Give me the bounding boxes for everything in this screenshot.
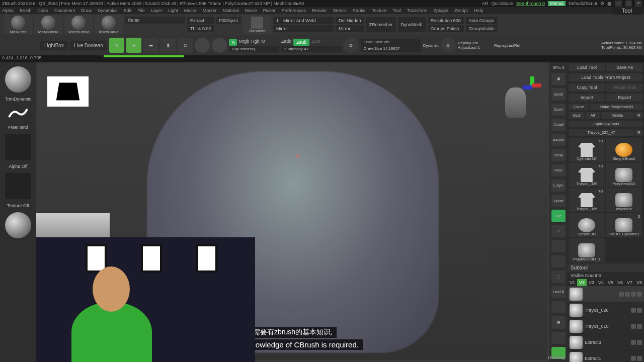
ar-label[interactable]: AR bbox=[482, 1, 489, 6]
menu-dynamics[interactable]: Dynamics bbox=[98, 8, 118, 13]
vtab-2[interactable]: V2 bbox=[577, 279, 587, 286]
makepolymesh-button[interactable]: Make PolyMesh3D bbox=[590, 104, 643, 110]
lsym-button[interactable]: L.Sym bbox=[551, 179, 566, 192]
loadtool-button[interactable]: Load Tool bbox=[569, 63, 605, 71]
draw-size[interactable]: Draw Size 14.19857 bbox=[361, 45, 421, 52]
stroke-preview[interactable] bbox=[8, 106, 28, 121]
scale-mode-button[interactable]: ⬍ bbox=[160, 38, 176, 53]
subtool-header[interactable]: Subtool bbox=[568, 263, 644, 272]
subtool-item-4[interactable]: Extract1 bbox=[568, 350, 644, 362]
subtool-item-3[interactable]: Extract3 bbox=[568, 334, 644, 350]
thick-field[interactable]: Thick 0.02 bbox=[187, 25, 214, 32]
frame-button[interactable] bbox=[551, 240, 566, 252]
mrgb-button[interactable]: Mrgb bbox=[239, 39, 250, 46]
maskpen-tool[interactable]: MaskPen bbox=[4, 15, 32, 34]
menu-preferences[interactable]: Preferences bbox=[282, 8, 306, 13]
tool-polymesh3d-1[interactable]: PolyMesh3D_1 bbox=[569, 238, 605, 262]
mirror-weld-button[interactable]: Mirror And Weld bbox=[280, 17, 334, 24]
tool-keychain[interactable]: keychain bbox=[606, 188, 642, 212]
viewport[interactable]: 需要有zbrush的基本知识, Basic knowledge of CBrus… bbox=[36, 62, 549, 362]
visible-button[interactable]: Visible bbox=[601, 112, 634, 119]
tool-cylinder3d[interactable]: 70Cylinder3D bbox=[569, 138, 605, 162]
menu-brush[interactable]: Brush bbox=[20, 8, 32, 13]
menu-alpha[interactable]: Alpha bbox=[2, 8, 14, 13]
texture-slot[interactable] bbox=[5, 173, 31, 199]
tool-simplebrush[interactable]: SimpleBrush bbox=[606, 138, 642, 162]
material-preview[interactable] bbox=[5, 212, 31, 238]
minimize-button[interactable]: − bbox=[615, 1, 622, 7]
menu-texture[interactable]: Texture bbox=[372, 8, 387, 13]
vtab-6[interactable]: V6 bbox=[615, 279, 625, 286]
dynamesh-button[interactable]: DynaMesh bbox=[398, 17, 426, 32]
autogroups-button[interactable]: Auto Groups bbox=[466, 17, 498, 24]
menu-help[interactable]: Help bbox=[474, 8, 484, 13]
actual-button[interactable]: Actual bbox=[551, 119, 566, 131]
close-button[interactable]: × bbox=[635, 1, 642, 7]
reference-thumbnail[interactable] bbox=[47, 76, 89, 107]
delhidden-button[interactable]: Del Hidden bbox=[336, 17, 364, 24]
layout-icon[interactable]: ▦ bbox=[607, 1, 612, 6]
clone-button[interactable]: Clone bbox=[569, 104, 589, 110]
floor-button[interactable]: Floor bbox=[551, 164, 566, 176]
liveboolean-button[interactable]: Live Boolean bbox=[70, 41, 107, 50]
menu-transform[interactable]: Transform bbox=[407, 8, 428, 13]
lightbox-tools-button[interactable]: Lightbox▸Tools bbox=[569, 121, 643, 127]
zadd-button[interactable]: Zadd bbox=[281, 39, 292, 46]
zsub-button[interactable]: Zsub bbox=[293, 39, 309, 46]
dynamic-icon[interactable]: ⚙ bbox=[441, 38, 456, 53]
focal-shift[interactable]: Focal Shift -56 bbox=[361, 39, 421, 45]
tool-thryos-1[interactable]: 70Thryos_025 bbox=[569, 163, 605, 187]
goz-button[interactable]: GoZ bbox=[569, 112, 585, 119]
mirror2-button[interactable]: Mirror bbox=[336, 25, 364, 32]
r-button-1[interactable]: R bbox=[635, 112, 643, 119]
lightbox-button[interactable]: LightBox bbox=[40, 41, 68, 50]
rgb-button[interactable]: Rgb bbox=[251, 39, 260, 46]
xpose-button[interactable]: Xpose bbox=[551, 195, 566, 207]
edit-mode-button[interactable]: ✎ bbox=[109, 38, 124, 53]
transp-button[interactable] bbox=[551, 332, 566, 344]
menu-macro[interactable]: Macro bbox=[184, 8, 197, 13]
replaylast-button[interactable]: ReplayLast bbox=[458, 41, 492, 45]
menu-color[interactable]: Color bbox=[38, 8, 49, 13]
menu-light[interactable]: Light bbox=[168, 8, 178, 13]
z-intensity[interactable]: Z Intensity 43 bbox=[281, 46, 342, 52]
a-toggle[interactable]: A bbox=[229, 39, 237, 46]
rotate-mode-button[interactable]: ↻ bbox=[178, 38, 193, 53]
xyz-button[interactable]: xyz bbox=[551, 210, 566, 222]
axis-gizmo[interactable] bbox=[523, 76, 541, 95]
menu-zplugin[interactable]: Zplugin bbox=[434, 8, 449, 13]
zmodeler-tool[interactable]: ZModeler bbox=[243, 15, 271, 34]
tool-polymesh3d[interactable]: PolyMesh3D bbox=[606, 163, 642, 187]
menu-edit[interactable]: Edit bbox=[124, 8, 132, 13]
zremesher-button[interactable]: ZRemesher bbox=[366, 17, 396, 32]
menu-zscript[interactable]: Zscript bbox=[454, 8, 468, 13]
pastetool-button[interactable]: Paste Tool bbox=[606, 83, 643, 92]
r-button-2[interactable]: R bbox=[635, 129, 643, 136]
menu-draw[interactable]: Draw bbox=[81, 8, 92, 13]
relax-field[interactable]: Relax bbox=[125, 17, 185, 24]
default-script[interactable]: DefaultZScript bbox=[569, 1, 597, 6]
resolution-field[interactable]: Resolution 600 bbox=[428, 17, 464, 24]
replaylastrel-button[interactable]: ReplayLastRel bbox=[494, 43, 520, 48]
menu-layer[interactable]: Layer bbox=[151, 8, 163, 13]
export-button[interactable]: Export bbox=[606, 94, 643, 102]
fillobject-button[interactable]: FillObject bbox=[216, 17, 242, 24]
scale-nav-button[interactable]: ⬚ bbox=[551, 270, 566, 283]
linefill-button[interactable] bbox=[551, 301, 566, 313]
menu-picker[interactable]: Picker bbox=[263, 8, 276, 13]
bpr-button[interactable]: ▣ bbox=[551, 73, 566, 85]
adjustlast-field[interactable]: AdjustLast 1 bbox=[458, 45, 492, 50]
persp-button[interactable]: Persp bbox=[551, 149, 566, 161]
move-nav-button[interactable] bbox=[551, 255, 566, 267]
menu-material[interactable]: Material bbox=[223, 8, 239, 13]
tool-thryos-2[interactable]: 70Thryos_025 bbox=[569, 188, 605, 212]
import-button[interactable]: Import bbox=[569, 94, 605, 102]
rotate-nav-button[interactable]: LineFill bbox=[551, 286, 566, 298]
selectlasso-tool[interactable]: SelectLasso bbox=[64, 15, 93, 34]
alpha-slot[interactable] bbox=[5, 134, 31, 160]
settings-icon[interactable]: ⚙ bbox=[600, 1, 604, 6]
zcut-button[interactable]: Zcut bbox=[311, 39, 320, 46]
extract-button[interactable]: Extract bbox=[187, 17, 214, 24]
menu-render[interactable]: Render bbox=[312, 8, 327, 13]
all-button[interactable]: All bbox=[586, 112, 600, 119]
